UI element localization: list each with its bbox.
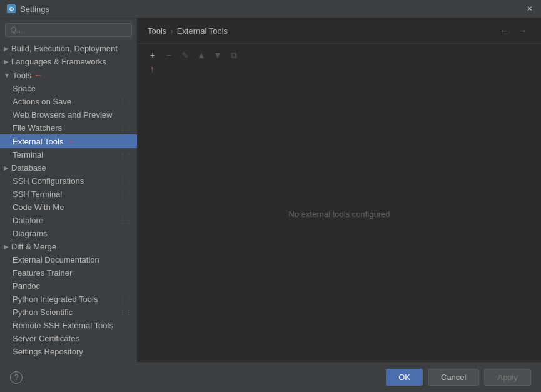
title-bar: ⚙ Settings ✕ xyxy=(0,0,541,18)
sidebar-item-label: Pandoc xyxy=(13,281,40,291)
svg-text:⚙: ⚙ xyxy=(9,6,14,13)
cancel-button[interactable]: Cancel xyxy=(428,369,479,386)
sidebar-item-label: SSH Terminal xyxy=(13,189,62,199)
sidebar-item-label: External Documentation xyxy=(13,255,99,264)
sidebar-item-label: File Watchers xyxy=(13,123,62,133)
search-input[interactable] xyxy=(5,23,132,37)
breadcrumb-separator: › xyxy=(170,26,173,36)
window-controls: ✕ xyxy=(525,4,535,14)
edit-tool-button[interactable]: ✎ xyxy=(178,48,193,63)
copy-button[interactable]: ⧉ xyxy=(226,48,241,63)
help-button[interactable]: ? xyxy=(10,371,23,384)
content-main: No external tools configured xyxy=(138,66,541,362)
footer-buttons: OK Cancel Apply xyxy=(386,369,531,386)
sidebar-item-label: Features Trainer xyxy=(13,268,72,278)
external-tools-arrow-annotation: ← xyxy=(67,136,76,146)
breadcrumb-forward-button[interactable]: → xyxy=(515,24,531,37)
sidebar-item-diagrams[interactable]: Diagrams xyxy=(0,227,137,240)
sidebar-item-label: Remote SSH External Tools xyxy=(13,321,113,330)
sidebar-item-pandoc[interactable]: Pandoc xyxy=(0,279,137,293)
breadcrumb-current: External Tools xyxy=(177,26,228,36)
sidebar-item-build-execution-deployment[interactable]: ▶ Build, Execution, Deployment xyxy=(0,42,137,55)
sidebar-item-terminal[interactable]: Terminal ⋮⋮ xyxy=(0,148,137,161)
sidebar-item-diff-merge[interactable]: ▶ Diff & Merge xyxy=(0,240,137,253)
sidebar-item-label: External Tools xyxy=(13,137,63,146)
sidebar-item-label: Diff & Merge xyxy=(11,242,56,251)
sidebar-item-label: Python Integrated Tools xyxy=(13,294,98,304)
sidebar-item-server-certificates[interactable]: Server Certificates xyxy=(0,332,137,345)
app-icon: ⚙ xyxy=(6,4,16,14)
breadcrumb-navigation: ← → xyxy=(496,24,531,37)
settings-gutter-icon: ⋮⋮ xyxy=(119,191,132,198)
move-down-button[interactable]: ▼ xyxy=(210,48,225,63)
chevron-right-icon: ▶ xyxy=(4,58,9,65)
sidebar-item-python-scientific[interactable]: Python Scientific ⋮⋮ xyxy=(0,306,137,319)
sidebar-item-label: Diagrams xyxy=(13,229,48,238)
sidebar-item-label: Code With Me xyxy=(13,203,64,212)
sidebar-item-label: SSH Configurations xyxy=(13,176,84,186)
settings-gutter-icon: ⋮⋮ xyxy=(119,98,132,105)
sidebar-item-file-watchers[interactable]: File Watchers ⋮⋮ xyxy=(0,121,137,134)
remove-tool-button[interactable]: − xyxy=(161,48,176,63)
sidebar-item-label: Actions on Save xyxy=(13,97,71,106)
sidebar-item-remote-ssh-external-tools[interactable]: Remote SSH External Tools xyxy=(0,319,137,332)
sidebar-item-label: Terminal xyxy=(13,150,43,159)
sidebar-item-label: Space xyxy=(13,84,36,93)
add-tool-button[interactable]: + xyxy=(145,48,160,63)
sidebar-item-label: Web Browsers and Preview xyxy=(13,110,112,119)
move-up-button[interactable]: ▲ xyxy=(194,48,209,63)
chevron-right-icon: ▶ xyxy=(4,45,9,52)
sidebar-item-external-tools[interactable]: External Tools ← xyxy=(0,134,137,148)
sidebar-item-settings-repository[interactable]: Settings Repository xyxy=(0,345,137,358)
settings-gutter-icon: ⋮⋮ xyxy=(119,124,132,131)
sidebar-item-external-documentation[interactable]: External Documentation xyxy=(0,253,137,266)
sidebar-item-languages-frameworks[interactable]: ▶ Languages & Frameworks xyxy=(0,55,137,68)
settings-gutter-icon: ⋮⋮ xyxy=(119,151,132,158)
main-container: ▶ Build, Execution, Deployment ▶ Languag… xyxy=(0,18,541,362)
toolbar: + − ✎ ▲ ▼ ⧉ ↑ xyxy=(138,44,541,66)
settings-gutter-icon: ⋮⋮ xyxy=(119,178,132,184)
sidebar: ▶ Build, Execution, Deployment ▶ Languag… xyxy=(0,18,138,362)
sidebar-item-label: Datalore xyxy=(13,216,43,225)
footer: ? OK Cancel Apply xyxy=(0,362,541,392)
content-area: Tools › External Tools ← → + − ✎ ▲ ▼ ⧉ ↑… xyxy=(138,18,541,362)
sidebar-item-actions-on-save[interactable]: Actions on Save ⋮⋮ xyxy=(0,95,137,108)
breadcrumb: Tools › External Tools ← → xyxy=(138,18,541,44)
sidebar-item-database[interactable]: ▶ Database xyxy=(0,161,137,174)
sidebar-item-web-browsers-preview[interactable]: Web Browsers and Preview xyxy=(0,108,137,121)
sidebar-item-ssh-configurations[interactable]: SSH Configurations ⋮⋮ xyxy=(0,174,137,188)
sidebar-item-label: Languages & Frameworks xyxy=(11,57,106,66)
window-title: Settings xyxy=(20,4,525,14)
empty-state-label: No external tools configured xyxy=(289,209,390,219)
sidebar-item-space[interactable]: Space xyxy=(0,82,137,95)
sidebar-item-datalore[interactable]: Datalore ⋮⋮ xyxy=(0,214,137,227)
sidebar-item-python-integrated-tools[interactable]: Python Integrated Tools ⋮⋮ xyxy=(0,293,137,306)
search-box xyxy=(0,18,137,42)
breadcrumb-parent: Tools xyxy=(148,26,166,36)
sidebar-item-label: Settings Repository xyxy=(13,347,83,356)
sidebar-item-label: Build, Execution, Deployment xyxy=(11,44,118,53)
ok-button[interactable]: OK xyxy=(386,369,423,386)
sidebar-item-label: Tools xyxy=(13,71,31,80)
apply-button[interactable]: Apply xyxy=(484,369,531,386)
sidebar-item-label: Database xyxy=(11,163,46,173)
sidebar-item-ssh-terminal[interactable]: SSH Terminal ⋮⋮ xyxy=(0,188,137,201)
close-button[interactable]: ✕ xyxy=(525,4,535,14)
settings-gutter-icon: ⋮⋮ xyxy=(119,217,132,224)
chevron-right-icon: ▶ xyxy=(4,164,9,171)
sidebar-item-features-trainer[interactable]: Features Trainer xyxy=(0,266,137,279)
tools-arrow-annotation: ← xyxy=(34,70,43,80)
settings-gutter-icon: ⋮⋮ xyxy=(119,296,132,303)
settings-gutter-icon: ⋮⋮ xyxy=(119,309,132,316)
chevron-down-icon: ▼ xyxy=(4,72,10,79)
chevron-right-icon: ▶ xyxy=(4,243,9,250)
sidebar-item-label: Server Certificates xyxy=(13,334,79,343)
sidebar-item-label: Python Scientific xyxy=(13,308,73,317)
sidebar-item-tools[interactable]: ▼ Tools ← xyxy=(0,68,137,82)
breadcrumb-back-button[interactable]: ← xyxy=(496,24,512,37)
sidebar-list: ▶ Build, Execution, Deployment ▶ Languag… xyxy=(0,42,137,362)
sidebar-item-code-with-me[interactable]: Code With Me xyxy=(0,201,137,214)
